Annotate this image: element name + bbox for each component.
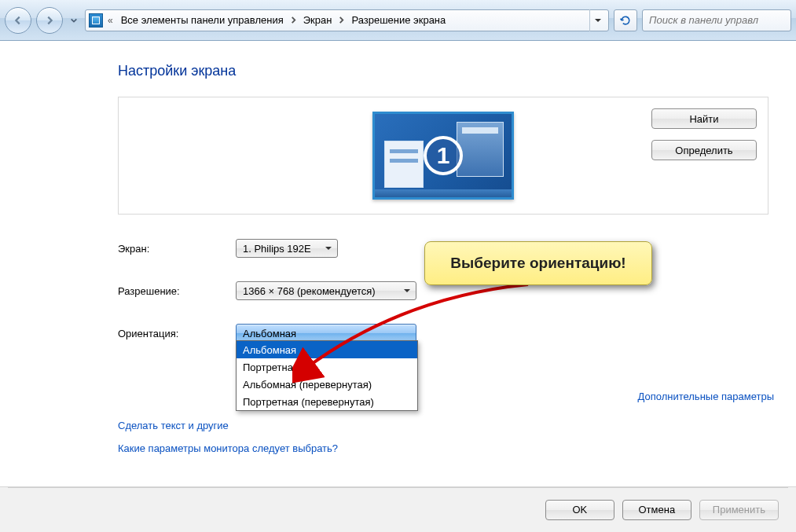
chevron-right-icon: [290, 14, 297, 26]
orientation-option[interactable]: Портретная (перевернутая): [237, 393, 417, 410]
display-select[interactable]: 1. Philips 192E: [236, 239, 338, 258]
breadcrumb-root[interactable]: Все элементы панели управления: [118, 14, 287, 26]
monitor-window-icon: [457, 122, 504, 177]
search-box[interactable]: [642, 9, 791, 31]
cancel-button[interactable]: Отмена: [622, 500, 691, 520]
triangle-down-icon: [594, 17, 602, 24]
chevron-down-icon: [403, 285, 411, 297]
breadcrumb-bar[interactable]: « Все элементы панели управления Экран Р…: [85, 9, 609, 31]
breadcrumb-level1[interactable]: Экран: [300, 14, 336, 26]
orientation-option[interactable]: Портретная: [237, 358, 417, 376]
orientation-option[interactable]: Альбомная (перевернутая): [237, 376, 417, 393]
control-panel-icon: [89, 13, 103, 28]
address-bar: « Все элементы панели управления Экран Р…: [0, 0, 796, 41]
resolution-label: Разрешение:: [118, 285, 236, 297]
display-select-value: 1. Philips 192E: [243, 243, 311, 255]
nav-back-button[interactable]: [5, 7, 31, 34]
which-settings-link[interactable]: Какие параметры монитора следует выбрать…: [118, 442, 774, 454]
resolution-select[interactable]: 1366 × 768 (рекомендуется): [236, 281, 416, 300]
monitor-taskbar-icon: [375, 189, 512, 197]
monitor-number-badge: 1: [424, 136, 463, 175]
breadcrumb-dropdown[interactable]: [589, 9, 605, 31]
refresh-icon: [619, 14, 632, 27]
advanced-settings-link[interactable]: Дополнительные параметры: [637, 391, 774, 402]
orientation-dropdown-list: Альбомная Портретная Альбомная (переверн…: [236, 340, 418, 411]
display-preview-panel: 1 Найти Определить: [118, 97, 768, 215]
ok-button[interactable]: OK: [545, 500, 614, 520]
apply-button[interactable]: Применить: [699, 500, 779, 520]
nav-forward-button[interactable]: [36, 7, 63, 34]
orientation-select-value: Альбомная: [243, 328, 296, 339]
arrow-left-icon: [13, 15, 24, 26]
display-label: Экран:: [118, 243, 236, 255]
annotation-callout: Выберите ориентацию!: [424, 241, 652, 285]
nav-history-dropdown[interactable]: [68, 12, 80, 29]
search-input[interactable]: [647, 13, 786, 27]
page-body: Настройки экрана 1 Найти Определить Экра…: [0, 41, 796, 486]
breadcrumb-level2[interactable]: Разрешение экрана: [348, 14, 449, 26]
refresh-button[interactable]: [614, 9, 637, 31]
orientation-label: Ориентация:: [118, 328, 236, 339]
text-size-link[interactable]: Сделать текст и другие: [118, 420, 774, 431]
chevron-right-icon: [338, 14, 345, 26]
arrow-right-icon: [44, 15, 55, 26]
resolution-select-value: 1366 × 768 (рекомендуется): [243, 285, 376, 297]
find-button[interactable]: Найти: [651, 108, 757, 129]
monitor-thumbnail[interactable]: 1: [372, 112, 514, 200]
breadcrumb-overflow-icon: «: [106, 15, 115, 26]
detect-button[interactable]: Определить: [651, 140, 757, 160]
dialog-footer: OK Отмена Применить: [0, 486, 796, 532]
page-title: Настройки экрана: [118, 63, 774, 79]
chevron-down-icon: [70, 17, 78, 24]
orientation-option[interactable]: Альбомная: [237, 341, 417, 358]
chevron-down-icon: [325, 243, 332, 255]
monitor-doc-icon: [384, 141, 424, 188]
